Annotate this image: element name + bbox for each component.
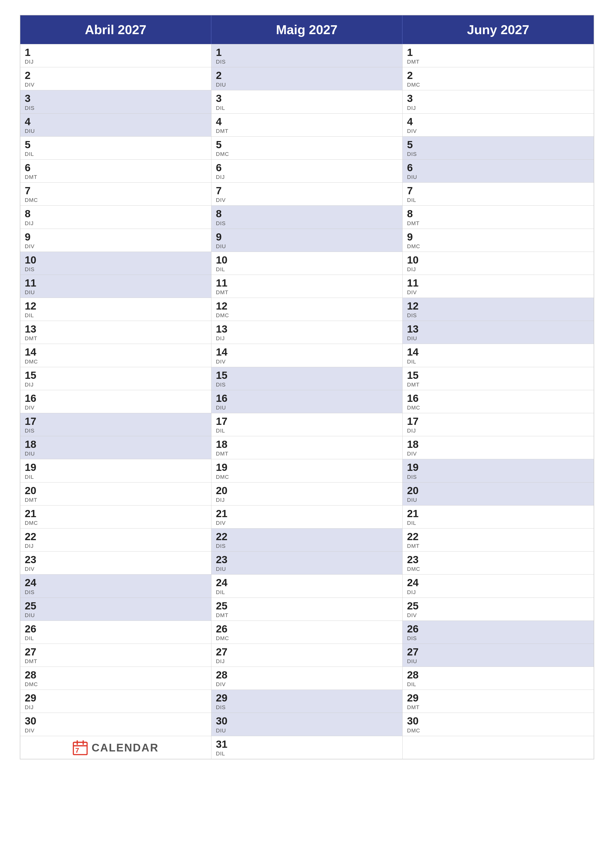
day-label: DIS: [407, 151, 589, 157]
day-number: 17: [216, 416, 398, 427]
day-cell: 4DIU: [20, 113, 211, 136]
month-header-may: Maig 2027: [211, 16, 403, 44]
day-cell: 13DIJ: [211, 321, 403, 344]
footer-row: 7 CALENDAR 31 DIL: [20, 736, 594, 759]
day-number: 2: [25, 70, 207, 81]
day-label: DIV: [25, 243, 207, 250]
day-cell: 12DMC: [211, 298, 403, 321]
day-cell: 19DIS: [403, 459, 594, 482]
day-number: 14: [407, 346, 589, 358]
day-cell: 14DIV: [211, 344, 403, 367]
day-cell: 1DIJ: [20, 44, 211, 67]
day-label: DMT: [25, 174, 207, 180]
day-number: 3: [216, 93, 398, 104]
footer-april-empty: 7 CALENDAR: [20, 736, 211, 759]
day-cell: 13DIU: [403, 321, 594, 344]
day-number: 13: [216, 323, 398, 335]
day-number: 10: [25, 254, 207, 266]
day-number: 30: [25, 715, 207, 727]
day-number: 27: [25, 646, 207, 658]
day-label: DIU: [216, 727, 398, 734]
day-number: 6: [216, 162, 398, 174]
day-number: 4: [25, 116, 207, 127]
day-label: DIS: [407, 474, 589, 480]
day-cell: 6DMT: [20, 160, 211, 182]
day-cell: 2DIV: [20, 67, 211, 90]
day-cell: 26DIS: [403, 620, 594, 643]
day-number: 13: [25, 323, 207, 335]
day-cell: 4DMT: [211, 113, 403, 136]
day-cell: 26DMC: [211, 620, 403, 643]
day-label: DIJ: [216, 497, 398, 503]
day-number: 11: [407, 277, 589, 289]
day-number: 18: [25, 439, 207, 450]
day-label: DMC: [25, 520, 207, 526]
day-label: DMT: [25, 335, 207, 342]
day-number: 15: [407, 370, 589, 381]
day-number: 17: [407, 416, 589, 427]
day-number: 17: [25, 416, 207, 427]
day-number: 21: [25, 508, 207, 519]
day-cell: 17DIS: [20, 413, 211, 436]
day-cell: 27DMT: [20, 643, 211, 666]
day-label: DIL: [216, 428, 398, 434]
day-cell: 15DIJ: [20, 367, 211, 390]
day-label: DIV: [407, 451, 589, 457]
day-number: 30: [407, 715, 589, 727]
day-label: DIL: [407, 358, 589, 365]
day-label: DMT: [407, 543, 589, 549]
day-cell: 20DIU: [403, 482, 594, 505]
month-header-april: Abril 2027: [20, 16, 211, 44]
day-label: DMC: [407, 727, 589, 734]
day-number: 9: [25, 231, 207, 243]
day-number: 20: [216, 485, 398, 496]
day-cell: 18DIU: [20, 436, 211, 459]
day-number: 3: [407, 93, 589, 104]
day-number: 15: [216, 370, 398, 381]
day-number: 8: [216, 208, 398, 220]
day-cell: 22DMT: [403, 528, 594, 551]
day-cell: 24DIJ: [403, 574, 594, 597]
day-cell: 30DIU: [211, 713, 403, 736]
day-label: DIL: [25, 474, 207, 480]
day-cell: 10DIJ: [403, 252, 594, 274]
day-number: 12: [25, 301, 207, 312]
day-label: DMC: [216, 474, 398, 480]
day-number: 26: [25, 623, 207, 635]
day-label: DIS: [25, 589, 207, 595]
day-number: 16: [407, 393, 589, 404]
day-label: DIJ: [216, 658, 398, 665]
footer-june-empty: [403, 736, 594, 759]
day-label: DIJ: [407, 105, 589, 112]
day-cell: 19DIL: [20, 459, 211, 482]
day-label: DIS: [25, 428, 207, 434]
day-number: 31: [216, 739, 398, 750]
day-cell: 29DIS: [211, 690, 403, 713]
day-number: 6: [407, 162, 589, 174]
day-number: 26: [216, 623, 398, 635]
day-number: 26: [407, 623, 589, 635]
day-label: DIU: [216, 405, 398, 411]
day-label: DIL: [216, 750, 398, 757]
day-cell: 18DIV: [403, 436, 594, 459]
day-cell: 16DMC: [403, 390, 594, 413]
day-label: DIS: [216, 220, 398, 227]
day-label: DIJ: [407, 428, 589, 434]
day-cell: 9DIU: [211, 229, 403, 252]
day-cell: 22DIS: [211, 528, 403, 551]
day-cell: 25DMT: [211, 598, 403, 620]
day-number: 25: [25, 600, 207, 612]
day-number: 18: [407, 439, 589, 450]
day-cell: 8DMT: [403, 205, 594, 228]
day-cell: 3DIL: [211, 90, 403, 113]
day-label: DIL: [407, 681, 589, 688]
calendar-icon: 7: [73, 740, 88, 755]
day-cell: 26DIL: [20, 620, 211, 643]
day-label: DIU: [25, 451, 207, 457]
day-label: DMT: [25, 497, 207, 503]
day-label: DIV: [407, 128, 589, 134]
day-cell: 16DIU: [211, 390, 403, 413]
day-cell: 21DMC: [20, 505, 211, 528]
day-cell: 6DIJ: [211, 160, 403, 182]
day-cell: 23DIV: [20, 551, 211, 574]
